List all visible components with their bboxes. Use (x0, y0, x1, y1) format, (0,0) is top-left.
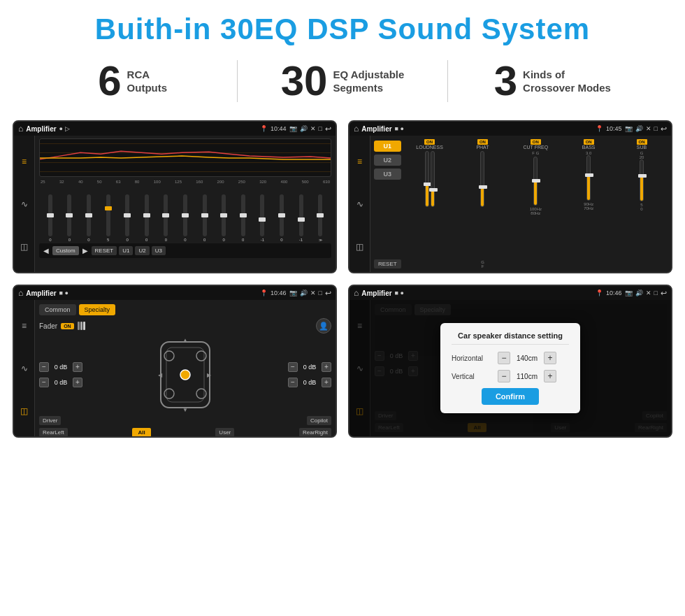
eq-slider-8[interactable]: 0 (175, 194, 195, 242)
wave-sidebar-icon[interactable]: ∿ (21, 199, 28, 209)
dots-3: ■ ● (59, 289, 68, 296)
app-title-2: Amplifier (361, 125, 391, 133)
u2-btn-crossover[interactable]: U2 (374, 155, 401, 166)
svg-text:▶: ▶ (207, 372, 212, 378)
specialty-tab[interactable]: Specialty (79, 304, 116, 315)
eq-slider-5[interactable]: 0 (117, 194, 137, 242)
back-icon-1[interactable]: ↩ (325, 124, 331, 134)
app-title-4: Amplifier (361, 289, 391, 297)
eq-slider-15[interactable]: ≫ (310, 194, 330, 242)
loudness-slider-2[interactable] (431, 151, 435, 207)
back-icon-3[interactable]: ↩ (325, 289, 331, 298)
rca-label: RCAOutputs (127, 68, 168, 95)
sub-on: ON (637, 139, 647, 145)
home-icon-2[interactable]: ⌂ (354, 124, 359, 134)
fader-labels-row1: Driver Copilot (39, 416, 331, 425)
eq-slider-1[interactable]: 0 (41, 194, 60, 242)
vertical-label: Vertical (452, 373, 493, 380)
svg-text:▼: ▼ (182, 407, 188, 413)
eq-panel: 2532 4050 6380 100125 160200 250320 4005… (35, 136, 336, 272)
eq-slider-2[interactable]: 0 (60, 194, 80, 242)
db-plus-1[interactable]: + (73, 362, 82, 372)
common-tab[interactable]: Common (39, 304, 76, 315)
db-plus-3[interactable]: + (322, 362, 331, 372)
eq-sidebar-icon-2[interactable]: ≡ (357, 157, 362, 166)
eq-sidebar-icon-3[interactable]: ≡ (22, 321, 27, 331)
horizontal-plus[interactable]: + (544, 352, 556, 364)
custom-btn[interactable]: Custom (52, 246, 79, 255)
screenshots-grid: ⌂ Amplifier ● ▷ 📍 10:44 📷 🔊 ✕ □ ↩ ≡ ∿ ◫ (0, 115, 685, 452)
eq-slider-4[interactable]: 5 (99, 194, 118, 242)
db-row-1: − 0 dB + (39, 362, 82, 372)
screen-distance: ⌂ Amplifier ■ ● 📍 10:46 📷 🔊 ✕ □ ↩ ≡ ∿ ◫ … (348, 285, 672, 438)
eq-slider-14[interactable]: -1 (291, 194, 311, 242)
eq-slider-13[interactable]: 0 (272, 194, 291, 242)
speaker-sidebar-icon-3[interactable]: ◫ (20, 406, 28, 416)
location-icon-4: 📍 (596, 289, 603, 296)
location-icon-1: 📍 (260, 125, 268, 132)
vertical-minus[interactable]: − (498, 370, 510, 382)
back-icon-4[interactable]: ↩ (661, 289, 667, 298)
vertical-value: 110cm (513, 373, 541, 380)
window-icon-3: □ (319, 289, 322, 296)
db-minus-1[interactable]: − (39, 362, 49, 372)
close-icon-2: ✕ (646, 125, 651, 132)
eq-slider-6[interactable]: 0 (137, 194, 157, 242)
fader-label: Fader (39, 322, 57, 330)
u-buttons-col: U1 U2 U3 RESET (374, 139, 401, 268)
profile-icon[interactable]: 👤 (316, 318, 331, 334)
sidebar-1: ≡ ∿ ◫ (14, 136, 35, 272)
all-button[interactable]: All (132, 428, 150, 437)
bass-slider[interactable] (586, 155, 591, 201)
camera-icon-3: 📷 (289, 289, 297, 296)
eq-slider-3[interactable]: 0 (79, 194, 99, 242)
eq-label: EQ AdjustableSegments (333, 68, 404, 95)
wave-sidebar-icon-3[interactable]: ∿ (21, 364, 28, 373)
time-1: 10:44 (271, 125, 287, 132)
db-minus-3[interactable]: − (288, 362, 298, 372)
db-value-4: 0 dB (300, 379, 319, 386)
reset-btn-crossover[interactable]: RESET (374, 259, 401, 268)
svg-point-3 (196, 351, 206, 361)
loudness-label: LOUDNESS (416, 145, 443, 150)
db-plus-4[interactable]: + (322, 378, 331, 387)
horizontal-minus[interactable]: − (498, 352, 510, 364)
eq-slider-12[interactable]: -1 (253, 194, 273, 242)
next-icon[interactable]: ▶ (82, 247, 88, 255)
back-icon-2[interactable]: ↩ (661, 124, 667, 134)
home-icon-1[interactable]: ⌂ (18, 124, 23, 134)
user-btn-3[interactable]: User (215, 428, 234, 437)
sub-slider[interactable] (640, 159, 644, 201)
u2-btn-1[interactable]: U2 (135, 246, 149, 255)
volume-icon-3: 🔊 (300, 289, 308, 296)
cutfreq-slider[interactable] (533, 157, 538, 206)
eq-slider-9[interactable]: 0 (195, 194, 215, 242)
vertical-plus[interactable]: + (544, 370, 556, 382)
phat-slider[interactable] (480, 151, 484, 207)
db-plus-2[interactable]: + (73, 378, 82, 387)
volume-icon-4: 🔊 (635, 289, 643, 296)
home-icon-3[interactable]: ⌂ (18, 288, 23, 298)
u3-btn-1[interactable]: U3 (152, 246, 166, 255)
speaker-sidebar-icon[interactable]: ◫ (20, 242, 28, 252)
eq-slider-7[interactable]: 0 (157, 194, 176, 242)
db-minus-2[interactable]: − (39, 378, 49, 387)
eq-slider-10[interactable]: 0 (214, 194, 233, 242)
driver-label: Driver (39, 416, 61, 425)
loudness-slider-1[interactable] (425, 151, 429, 207)
confirm-button[interactable]: Confirm (482, 388, 539, 405)
reset-btn-1[interactable]: RESET (92, 246, 117, 255)
status-bar-1: ⌂ Amplifier ● ▷ 📍 10:44 📷 🔊 ✕ □ ↩ (14, 122, 336, 136)
u1-btn-1[interactable]: U1 (119, 246, 133, 255)
wave-sidebar-icon-2[interactable]: ∿ (356, 199, 363, 209)
u3-btn-crossover[interactable]: U3 (374, 169, 401, 180)
eq-sidebar-icon[interactable]: ≡ (22, 157, 27, 166)
eq-slider-11[interactable]: 0 (233, 194, 253, 242)
home-icon-4[interactable]: ⌂ (354, 288, 359, 298)
prev-icon[interactable]: ◀ (43, 247, 49, 255)
speaker-sidebar-icon-2[interactable]: ◫ (356, 242, 363, 252)
sidebar-3: ≡ ∿ ◫ (14, 300, 35, 436)
rearleft-label: RearLeft (39, 428, 68, 437)
db-minus-4[interactable]: − (288, 378, 298, 387)
u1-btn-crossover[interactable]: U1 (374, 141, 401, 152)
